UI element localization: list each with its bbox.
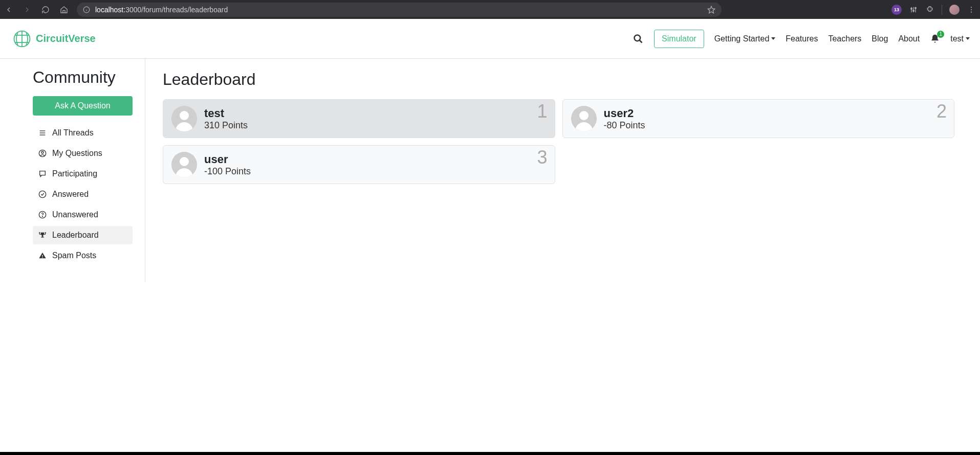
leaderboard-rank: 2 bbox=[937, 101, 947, 122]
sidebar-item-label: Participating bbox=[52, 169, 97, 178]
chevron-down-icon bbox=[771, 37, 775, 40]
svg-point-23 bbox=[42, 216, 42, 217]
brand-logo[interactable]: CircuitVerse bbox=[12, 29, 96, 49]
avatar bbox=[571, 106, 597, 131]
svg-point-9 bbox=[915, 7, 917, 9]
svg-point-11 bbox=[971, 9, 972, 10]
svg-point-20 bbox=[41, 151, 43, 153]
extension-badge[interactable]: 13 bbox=[891, 5, 902, 15]
svg-point-14 bbox=[635, 35, 641, 41]
sidebar-nav: All ThreadsMy QuestionsParticipatingAnsw… bbox=[33, 124, 133, 265]
url-text: localhost:3000/forum/threads/leaderboard bbox=[95, 6, 703, 14]
main: Community Ask A Question All ThreadsMy Q… bbox=[0, 59, 980, 282]
leaderboard-name: user bbox=[204, 153, 251, 166]
sidebar-item-spam-posts[interactable]: Spam Posts bbox=[33, 246, 133, 265]
nav-about[interactable]: About bbox=[898, 34, 920, 43]
nav-teachers[interactable]: Teachers bbox=[828, 34, 861, 43]
chevron-down-icon bbox=[966, 37, 970, 40]
user-menu[interactable]: test bbox=[950, 34, 970, 43]
chrome-right-controls: 13 bbox=[891, 5, 976, 15]
sidebar-item-label: Spam Posts bbox=[52, 251, 96, 260]
sidebar-item-all-threads[interactable]: All Threads bbox=[33, 124, 133, 142]
avatar bbox=[171, 152, 197, 177]
sidebar-item-unanswered[interactable]: Unanswered bbox=[33, 206, 133, 224]
ask-question-button[interactable]: Ask A Question bbox=[33, 96, 133, 116]
leaderboard-info: test310 Points bbox=[204, 107, 248, 131]
avatar bbox=[171, 106, 197, 131]
svg-rect-26 bbox=[42, 255, 42, 257]
bookmark-star-icon[interactable] bbox=[707, 6, 715, 14]
page-title: Leaderboard bbox=[163, 70, 954, 89]
svg-marker-3 bbox=[708, 6, 714, 13]
check-circle-icon bbox=[38, 190, 47, 199]
svg-point-21 bbox=[39, 191, 46, 197]
nav-link-label: Getting Started bbox=[714, 34, 770, 43]
leaderboard-rank: 3 bbox=[537, 147, 547, 168]
svg-point-7 bbox=[911, 8, 912, 9]
svg-point-33 bbox=[180, 157, 189, 166]
simulator-button[interactable]: Simulator bbox=[654, 30, 704, 48]
leaderboard-name: test bbox=[204, 107, 248, 120]
sidebar-item-label: Answered bbox=[52, 190, 89, 199]
site-info-icon[interactable] bbox=[83, 6, 91, 13]
content: Leaderboard test310 Points1user2-80 Poin… bbox=[145, 59, 980, 282]
kebab-menu-icon[interactable] bbox=[967, 5, 976, 14]
equalizer-icon[interactable] bbox=[909, 5, 918, 14]
leaderboard-info: user2-80 Points bbox=[604, 107, 645, 131]
chrome-nav-buttons bbox=[4, 5, 69, 14]
svg-point-31 bbox=[579, 111, 589, 120]
svg-rect-25 bbox=[41, 237, 43, 237]
address-bar[interactable]: localhost:3000/forum/threads/leaderboard bbox=[77, 3, 722, 17]
sidebar: Community Ask A Question All ThreadsMy Q… bbox=[0, 59, 145, 282]
logo-icon bbox=[12, 29, 32, 49]
trophy-icon bbox=[38, 231, 47, 240]
svg-line-15 bbox=[640, 40, 642, 42]
leaderboard-card[interactable]: user-100 Points3 bbox=[163, 145, 555, 184]
browser-chrome: localhost:3000/forum/threads/leaderboard… bbox=[0, 0, 980, 19]
user-circle-icon bbox=[38, 149, 47, 158]
sidebar-heading: Community bbox=[33, 68, 133, 87]
warning-icon bbox=[38, 251, 47, 260]
separator bbox=[942, 5, 942, 15]
leaderboard-points: 310 Points bbox=[204, 120, 248, 131]
list-icon bbox=[38, 128, 47, 138]
notifications-bell[interactable]: 1 bbox=[930, 34, 940, 44]
forward-button[interactable] bbox=[23, 5, 32, 14]
leaderboard-info: user-100 Points bbox=[204, 153, 251, 177]
sidebar-item-participating[interactable]: Participating bbox=[33, 165, 133, 183]
profile-avatar[interactable] bbox=[949, 5, 960, 15]
sidebar-item-my-questions[interactable]: My Questions bbox=[33, 144, 133, 163]
navbar: CircuitVerse Simulator Getting Started F… bbox=[0, 19, 980, 59]
leaderboard-card[interactable]: test310 Points1 bbox=[163, 99, 555, 138]
user-name: test bbox=[950, 34, 964, 43]
leaderboard-points: -80 Points bbox=[604, 120, 645, 131]
chat-icon bbox=[38, 169, 47, 178]
question-circle-icon bbox=[38, 210, 47, 219]
sidebar-item-label: Unanswered bbox=[52, 210, 98, 219]
svg-rect-24 bbox=[42, 235, 43, 237]
nav-features[interactable]: Features bbox=[786, 34, 818, 43]
nav-blog[interactable]: Blog bbox=[872, 34, 888, 43]
sidebar-item-answered[interactable]: Answered bbox=[33, 185, 133, 203]
svg-point-8 bbox=[913, 10, 914, 11]
leaderboard-name: user2 bbox=[604, 107, 645, 120]
sidebar-item-leaderboard[interactable]: Leaderboard bbox=[33, 226, 133, 244]
sidebar-item-label: All Threads bbox=[52, 128, 94, 138]
sidebar-item-label: My Questions bbox=[52, 149, 102, 158]
leaderboard-grid: test310 Points1user2-80 Points2user-100 … bbox=[163, 99, 954, 184]
search-icon[interactable] bbox=[633, 33, 644, 44]
nav-right: Simulator Getting Started Features Teach… bbox=[633, 30, 970, 48]
extensions-icon[interactable] bbox=[925, 5, 934, 14]
leaderboard-points: -100 Points bbox=[204, 166, 251, 177]
svg-rect-27 bbox=[42, 257, 42, 258]
notifications-count: 1 bbox=[937, 31, 944, 38]
back-button[interactable] bbox=[4, 5, 13, 14]
home-button[interactable] bbox=[59, 5, 69, 14]
leaderboard-card[interactable]: user2-80 Points2 bbox=[562, 99, 955, 138]
svg-point-29 bbox=[180, 111, 189, 120]
svg-point-10 bbox=[971, 7, 972, 8]
leaderboard-rank: 1 bbox=[537, 101, 547, 122]
nav-getting-started[interactable]: Getting Started bbox=[714, 34, 776, 43]
sidebar-item-label: Leaderboard bbox=[52, 231, 99, 240]
reload-button[interactable] bbox=[41, 5, 50, 14]
